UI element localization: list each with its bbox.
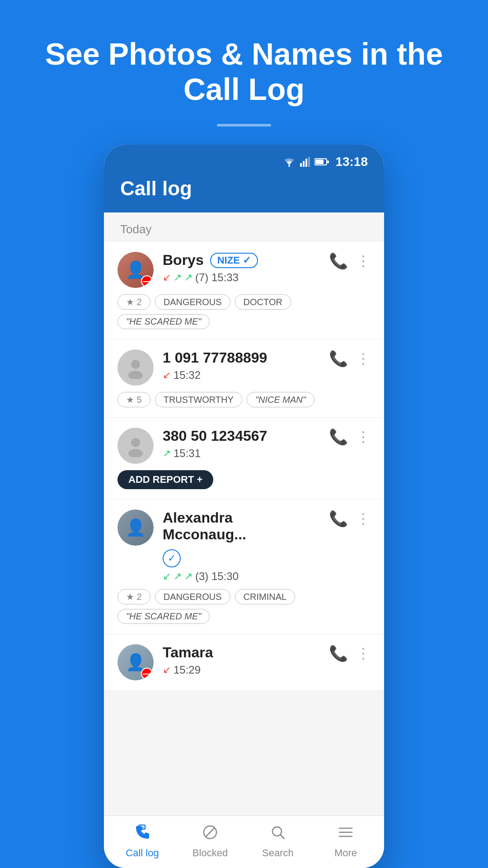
generic-person-icon [124,356,147,379]
nav-item-more[interactable]: More [312,824,380,859]
call-meta-alexandra: ↙ ↗ ↗ (3) 15:30 [163,570,315,583]
arrow-out-unknown2: ↗ [163,448,171,459]
call-info-unknown2: 380 50 1234567 ↗ 15:31 [163,428,315,460]
blocked-badge-borys: — [141,275,153,287]
svg-rect-6 [315,160,324,164]
generic-person-icon2 [124,434,147,457]
call-count-alexandra: (3) 15:30 [195,570,239,583]
call-button-unknown1[interactable]: 📞 [329,349,348,368]
call-info-alexandra: Alexandra Mcconaug... ✓ ↙ ↗ ↗ (3) 15:30 [163,509,315,583]
avatar-unknown1 [117,349,154,386]
blocked-badge-tamara: — [141,668,153,679]
more-button-tamara[interactable]: ⋮ [356,645,371,662]
call-log-title: Call log [120,177,368,200]
nize-badge-borys: NIZE✓ [210,253,258,268]
phone-header: 13:18 Call log [104,145,384,212]
tags-unknown1: ★ 5 TRUSTWORTHY "NICE MAN" [117,392,371,407]
arrow-missed: ↙ [163,272,171,283]
tags-borys: ★ 2 DANGEROUS DOCTOR "HE SCARED ME" [117,294,371,329]
status-time: 13:18 [335,155,368,169]
tag-star-alexandra: ★ 2 [117,589,150,604]
svg-rect-1 [300,163,302,167]
action-icons-alexandra[interactable]: 📞 ⋮ [324,509,371,528]
call-item-unknown2: 380 50 1234567 ↗ 15:31 📞 ⋮ ADD REPORT + [104,418,384,500]
svg-point-10 [131,438,140,447]
svg-line-14 [206,828,215,837]
call-item-unknown1: 1 091 77788899 ↙ 15:32 📞 ⋮ ★ 5 TRUSTWORT… [104,340,384,418]
call-item-borys: 👤 — Borys NIZE✓ ↙ ↗ ↗ (7) 15:33 [104,242,384,340]
more-nav-icon [338,824,354,844]
arrow-out1-alexandra: ↗ [174,571,182,582]
status-bar: 13:18 [120,155,368,169]
call-meta-borys: ↙ ↗ ↗ (7) 15:33 [163,271,315,284]
svg-point-9 [128,371,143,379]
tag-quote-unknown1: "NICE MAN" [247,392,314,407]
wifi-icon [283,157,296,167]
svg-rect-3 [305,159,307,167]
call-count-borys: (7) 15:33 [195,271,239,284]
caller-name-borys: Borys [163,252,204,269]
tag-trustworthy-unknown1: TRUSTWORTHY [155,392,242,407]
search-icon [270,824,286,844]
hero-divider [217,124,271,127]
arrow-missed-tamara: ↙ [163,664,171,676]
calllog-icon [134,824,150,844]
call-info-borys: Borys NIZE✓ ↙ ↗ ↗ (7) 15:33 [163,252,315,284]
more-button-borys[interactable]: ⋮ [356,252,371,269]
more-button-unknown1[interactable]: ⋮ [356,350,371,367]
call-time-tamara: 15:29 [174,664,201,676]
avatar-borys: 👤 — [117,252,154,288]
blocked-icon [202,824,218,844]
tags-alexandra: ★ 2 DANGEROUS CRIMINAL "HE SCARED ME" [117,589,371,624]
svg-point-0 [288,165,290,167]
action-icons-borys[interactable]: 📞 ⋮ [324,252,371,270]
avatar-alexandra: 👤 [117,509,154,546]
call-button-alexandra[interactable]: 📞 [329,509,348,528]
call-info-unknown1: 1 091 77788899 ↙ 15:32 [163,349,315,382]
call-item-tamara: 👤 — Tamara ↙ 15:29 📞 ⋮ [104,634,384,691]
more-button-unknown2[interactable]: ⋮ [356,428,371,445]
tag-dangerous-alexandra: DANGEROUS [155,589,230,604]
svg-rect-2 [303,161,305,167]
bottom-nav: Call log Blocked Search [104,816,384,868]
phone-mockup: 13:18 Call log Today 👤 — Borys NIZE✓ [104,145,384,868]
caller-name-tamara: Tamara [163,644,213,661]
add-report-button[interactable]: ADD REPORT + [117,470,213,489]
tag-doctor-borys: DOCTOR [235,294,291,310]
avatar-tamara: 👤 — [117,644,154,680]
call-button-unknown2[interactable]: 📞 [329,428,348,446]
action-icons-unknown1[interactable]: 📞 ⋮ [324,349,371,368]
tag-quote-alexandra: "HE SCARED ME" [117,609,210,624]
search-label: Search [262,847,294,859]
caller-name-unknown2: 380 50 1234567 [163,428,267,444]
arrow-out2: ↗ [184,272,192,283]
call-button-borys[interactable]: 📞 [329,252,348,270]
signal-icon [300,157,310,167]
tag-dangerous-borys: DANGEROUS [155,294,230,310]
add-report-label: ADD REPORT + [128,474,202,486]
action-icons-tamara[interactable]: 📞 ⋮ [324,644,371,662]
svg-point-11 [128,449,143,457]
caller-name-unknown1: 1 091 77788899 [163,349,267,366]
hero-title: See Photos & Names in the Call Log [0,0,488,116]
call-button-tamara[interactable]: 📞 [329,644,348,662]
nav-item-calllog[interactable]: Call log [108,824,176,859]
status-icons [283,157,329,167]
call-meta-unknown2: ↗ 15:31 [163,447,315,460]
more-button-alexandra[interactable]: ⋮ [356,510,371,527]
verified-badge-alexandra: ✓ [163,549,181,567]
call-item-alexandra: 👤 Alexandra Mcconaug... ✓ ↙ ↗ ↗ (3) 15:3… [104,500,384,634]
call-meta-unknown1: ↙ 15:32 [163,369,315,382]
arrow-out1: ↗ [174,272,182,283]
calllog-label: Call log [126,847,159,859]
tags-unknown2: ADD REPORT + [117,470,371,489]
call-time-unknown1: 15:32 [174,369,201,382]
call-info-tamara: Tamara ↙ 15:29 [163,644,315,676]
tag-star-borys: ★ 2 [117,294,150,310]
action-icons-unknown2[interactable]: 📞 ⋮ [324,428,371,446]
avatar-unknown2 [117,428,154,464]
tag-quote-borys: "HE SCARED ME" [117,314,210,329]
nav-item-search[interactable]: Search [244,824,312,859]
nav-item-blocked[interactable]: Blocked [176,824,244,859]
arrow-out2-alexandra: ↗ [184,571,192,582]
